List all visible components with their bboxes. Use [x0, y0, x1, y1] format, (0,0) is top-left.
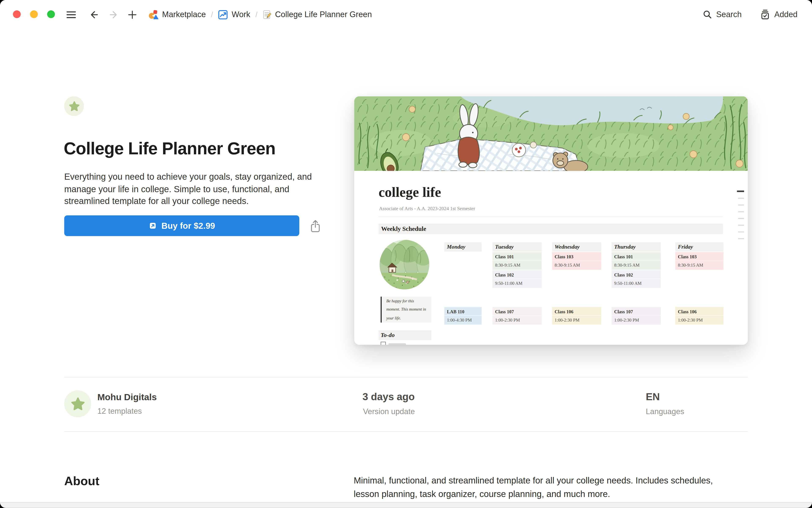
weekly-schedule-heading: Weekly Schedule	[378, 224, 723, 234]
schedule-cell: Class 1018:30-9:15 AM	[492, 252, 542, 270]
author-name[interactable]: Mohu Digitals	[97, 392, 157, 403]
class-time: 8:30-9:15 AM	[552, 261, 601, 270]
breadcrumb-label: Work	[232, 10, 250, 19]
schedule-column-friday: FridayClass 1038:30-9:15 AMClass 1061:00…	[675, 242, 723, 270]
menu-icon[interactable]	[66, 10, 76, 20]
work-chart-icon	[218, 9, 228, 19]
outline-dash	[738, 211, 744, 212]
minimize-window-button[interactable]	[30, 10, 38, 18]
todo-item-text	[389, 343, 406, 345]
search-label: Search	[716, 10, 741, 19]
class-time: 9:50-11:00 AM	[612, 279, 661, 288]
class-time: 9:50-11:00 AM	[492, 279, 542, 288]
class-name: Class 107	[492, 307, 542, 316]
cursor-pointer	[791, 0, 812, 14]
schedule-day-header: Wednesday	[552, 242, 601, 252]
picnic-banner-illustration	[354, 96, 748, 171]
memo-pencil-icon	[262, 9, 272, 19]
search-button[interactable]: Search	[703, 10, 741, 19]
app-window: Marketplace / Work /	[0, 0, 812, 508]
schedule-cell: Class 1038:30-9:15 AM	[675, 252, 723, 270]
added-box-check-icon	[760, 9, 770, 20]
class-name: Class 107	[612, 307, 661, 316]
forward-icon[interactable]	[109, 10, 119, 20]
schedule-column-tuesday: TuesdayClass 1018:30-9:15 AMClass 1029:5…	[492, 242, 542, 288]
schedule-day-header: Monday	[444, 242, 482, 252]
class-name: LAB 110	[444, 307, 482, 316]
breadcrumb-separator: /	[254, 10, 259, 18]
preview-page-title: college life	[378, 184, 441, 200]
class-name: Class 101	[612, 252, 661, 261]
back-icon[interactable]	[89, 10, 99, 20]
close-window-button[interactable]	[13, 10, 21, 18]
breadcrumb-separator: /	[209, 10, 214, 18]
class-name: Class 102	[492, 270, 542, 279]
schedule-cell: Class 1029:50-11:00 AM	[612, 270, 661, 288]
todo-checkbox	[380, 342, 386, 345]
class-time: 1:00-2:30 PM	[552, 316, 601, 325]
external-link-icon	[149, 221, 157, 230]
schedule-column-monday: MondayLAB 1101:00-4:30 PM	[444, 242, 482, 252]
outline-dash	[738, 198, 744, 199]
outline-dash	[738, 204, 744, 205]
marketplace-icon	[148, 9, 158, 20]
class-name: Class 102	[612, 270, 661, 279]
green-star-icon	[69, 101, 79, 112]
outline-dash	[737, 190, 744, 192]
schedule-cell: Class 1061:00-2:30 PM	[675, 307, 723, 325]
divider	[64, 377, 748, 377]
class-name: Class 103	[552, 252, 601, 261]
preview-divider	[378, 216, 723, 217]
page-outline-indicator	[737, 190, 744, 239]
class-time: 1:00-4:30 PM	[444, 316, 482, 325]
template-preview-card: college life Associate of Arts - A.A. 20…	[354, 96, 748, 345]
page-title: College Life Planner Green	[64, 139, 275, 159]
class-name: Class 106	[552, 307, 601, 316]
new-tab-icon[interactable]	[127, 10, 137, 20]
breadcrumb-item-page[interactable]: College Life Planner Green	[262, 9, 372, 19]
buy-button-label: Buy for $2.99	[161, 221, 215, 230]
schedule-column-wednesday: WednesdayClass 1038:30-9:15 AMClass 1061…	[552, 242, 601, 270]
bottom-strip	[0, 502, 812, 508]
class-name: Class 106	[675, 307, 723, 316]
zoom-window-button[interactable]	[47, 10, 55, 18]
language-label: Languages	[646, 407, 684, 416]
schedule-column-thursday: ThursdayClass 1018:30-9:15 AMClass 1029:…	[612, 242, 661, 288]
class-time: 8:30-9:15 AM	[675, 261, 723, 270]
schedule-day-header: Friday	[675, 242, 723, 252]
schedule-day-header: Thursday	[612, 242, 661, 252]
preview-page-subtitle: Associate of Arts - A.A. 2023-2024 1st S…	[379, 206, 475, 211]
page-description: Everything you need to achieve your goal…	[64, 171, 327, 207]
outline-dash	[738, 218, 744, 219]
outline-dash	[738, 224, 744, 225]
quote-block: Be happy for this moment. This moment in…	[380, 297, 432, 323]
author-avatar[interactable]	[64, 390, 91, 417]
language-value: EN	[646, 391, 660, 403]
schedule-cell: Class 1018:30-9:15 AM	[612, 252, 661, 270]
breadcrumb-label: College Life Planner Green	[275, 10, 372, 19]
class-name: Class 103	[675, 252, 723, 261]
schedule-cell: Class 1038:30-9:15 AM	[552, 252, 601, 270]
outline-dash	[738, 231, 744, 232]
outline-dash	[738, 238, 744, 239]
class-name: Class 101	[492, 252, 542, 261]
todo-heading: To-do	[378, 330, 432, 340]
breadcrumb-item-work[interactable]: Work	[218, 9, 250, 19]
breadcrumb-label: Marketplace	[162, 10, 206, 19]
buy-button[interactable]: Buy for $2.99	[64, 215, 299, 236]
template-avatar	[64, 96, 84, 116]
updated-label: Version update	[363, 407, 415, 416]
schedule-cell: Class 1071:00-2:30 PM	[612, 307, 661, 325]
class-time: 8:30-9:15 AM	[492, 261, 542, 270]
share-button[interactable]	[308, 219, 323, 234]
class-time: 8:30-9:15 AM	[612, 261, 661, 270]
breadcrumb: Marketplace / Work /	[148, 0, 372, 29]
class-time: 1:00-2:30 PM	[492, 316, 542, 325]
breadcrumb-item-marketplace[interactable]: Marketplace	[148, 9, 206, 20]
author-templates-count: 12 templates	[97, 406, 142, 415]
class-time: 1:00-2:30 PM	[612, 316, 661, 325]
share-icon	[309, 219, 322, 234]
schedule-cell: Class 1061:00-2:30 PM	[552, 307, 601, 325]
green-star-icon	[71, 397, 85, 411]
search-icon	[703, 10, 712, 19]
